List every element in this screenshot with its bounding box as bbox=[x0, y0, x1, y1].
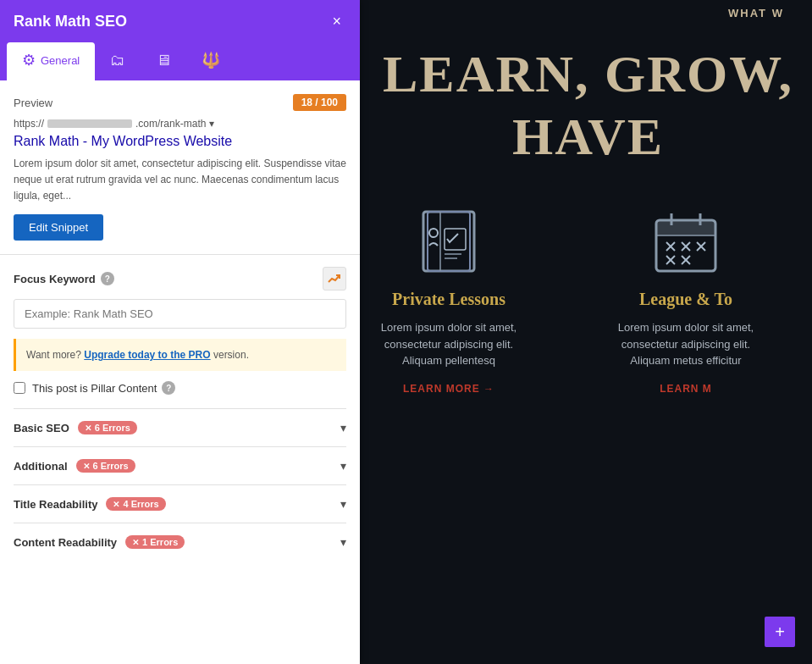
accordion-basic-seo: Basic SEO ✕ 6 Errors ▾ bbox=[14, 408, 346, 446]
preview-description: Lorem ipsum dolor sit amet, consectetur … bbox=[14, 156, 346, 205]
chevron-down-icon-3: ▾ bbox=[340, 497, 346, 511]
accordion-content-readability: Content Readability ✕ 1 Errors ▾ bbox=[14, 523, 346, 561]
bg-private-lessons-learn-more[interactable]: LEARN MORE → bbox=[403, 383, 494, 395]
help-icon: ? bbox=[101, 272, 114, 285]
accordion-content-readability-title-group: Content Readability ✕ 1 Errors bbox=[14, 535, 185, 549]
bg-services-section: Private Lessons Lorem ipsum dolor sit am… bbox=[364, 203, 771, 395]
score-badge: 18 / 100 bbox=[293, 94, 346, 111]
gear-icon: ⚙ bbox=[22, 51, 36, 69]
tab-schema[interactable]: 🖥 bbox=[141, 43, 186, 80]
additional-error-count: 6 Errors bbox=[93, 461, 129, 471]
upgrade-notice: Want more? Upgrade today to the PRO vers… bbox=[14, 339, 346, 371]
accordion-content-readability-error-badge: ✕ 1 Errors bbox=[125, 535, 185, 549]
trend-icon[interactable] bbox=[323, 267, 346, 290]
preview-label: Preview bbox=[14, 97, 52, 109]
panel-title: Rank Math SEO bbox=[14, 13, 127, 30]
x-mark-icon-4: ✕ bbox=[132, 538, 139, 547]
accordion-title-readability-header[interactable]: Title Readability ✕ 4 Errors ▾ bbox=[14, 485, 346, 523]
focus-keyword-label: Focus Keyword ? bbox=[14, 272, 114, 285]
preview-url: https:// .com/rank-math ▾ bbox=[14, 118, 346, 130]
pillar-help-icon: ? bbox=[162, 381, 175, 395]
bg-book-icon bbox=[411, 203, 487, 279]
title-readability-error-count: 4 Errors bbox=[123, 499, 158, 509]
edit-snippet-button[interactable]: Edit Snippet bbox=[14, 214, 103, 241]
focus-keyword-section: Focus Keyword ? bbox=[14, 267, 346, 329]
divider-1 bbox=[0, 254, 360, 255]
accordion-additional-header[interactable]: Additional ✕ 6 Errors ▾ bbox=[14, 447, 346, 484]
panel-tabs: ⚙ General 🗂 🖥 🔱 bbox=[0, 42, 360, 80]
accordion-basic-seo-title-group: Basic SEO ✕ 6 Errors bbox=[14, 421, 137, 434]
social-icon: 🗂 bbox=[110, 52, 125, 69]
accordion-basic-seo-header[interactable]: Basic SEO ✕ 6 Errors ▾ bbox=[14, 409, 346, 446]
chevron-down-icon-2: ▾ bbox=[340, 459, 346, 473]
bg-what-w-text: WHAT W bbox=[728, 7, 784, 19]
bg-plus-icon[interactable]: + bbox=[765, 617, 795, 647]
tab-general-label: General bbox=[41, 54, 80, 67]
accordion-title-readability-error-badge: ✕ 4 Errors bbox=[106, 497, 165, 511]
basic-seo-error-count: 6 Errors bbox=[95, 423, 130, 433]
accordion-additional-title-group: Additional ✕ 6 Errors bbox=[14, 459, 135, 473]
accordion-additional-error-badge: ✕ 6 Errors bbox=[76, 459, 135, 473]
tab-general[interactable]: ⚙ General bbox=[7, 42, 95, 80]
advanced-icon: 🔱 bbox=[202, 51, 220, 69]
dropdown-arrow-icon: ▾ bbox=[209, 118, 214, 130]
upgrade-link[interactable]: Upgrade today to the PRO bbox=[84, 349, 210, 361]
bg-league-title: League & To bbox=[639, 290, 732, 309]
pillar-label-text: This post is Pillar Content bbox=[32, 382, 157, 395]
preview-section: Preview 18 / 100 https:// .com/rank-math… bbox=[14, 94, 346, 241]
rankmath-panel: Rank Math SEO × ⚙ General 🗂 🖥 🔱 Preview … bbox=[0, 0, 360, 664]
close-button[interactable]: × bbox=[327, 12, 346, 30]
accordion-title-readability-title-group: Title Readability ✕ 4 Errors bbox=[14, 497, 166, 511]
pillar-content-checkbox[interactable] bbox=[14, 382, 25, 394]
preview-title: Rank Math - My WordPress Website bbox=[14, 133, 346, 151]
accordion-title-readability: Title Readability ✕ 4 Errors ▾ bbox=[14, 484, 346, 523]
accordion-title-readability-title: Title Readability bbox=[14, 498, 97, 511]
focus-keyword-text: Focus Keyword bbox=[14, 273, 96, 285]
x-mark-icon-3: ✕ bbox=[113, 500, 119, 509]
accordion-content-readability-header[interactable]: Content Readability ✕ 1 Errors ▾ bbox=[14, 523, 346, 561]
bg-private-lessons-desc: Lorem ipsum dolor sit amet, consectetur … bbox=[364, 319, 533, 369]
bg-hero-text: LEARN, GROW, HAVE bbox=[364, 42, 812, 169]
upgrade-text-before: Want more? bbox=[26, 349, 81, 361]
chevron-down-icon-4: ▾ bbox=[340, 535, 346, 549]
focus-keyword-input[interactable] bbox=[14, 299, 346, 329]
accordion-additional: Additional ✕ 6 Errors ▾ bbox=[14, 446, 346, 484]
x-mark-icon-2: ✕ bbox=[83, 462, 90, 471]
accordion-basic-seo-title: Basic SEO bbox=[14, 422, 69, 434]
panel-header: Rank Math SEO × bbox=[0, 0, 360, 42]
svg-point-3 bbox=[429, 229, 438, 237]
tab-advanced[interactable]: 🔱 bbox=[186, 42, 235, 80]
preview-header: Preview 18 / 100 bbox=[14, 94, 346, 111]
url-blurred bbox=[47, 119, 132, 128]
bg-calendar-icon bbox=[648, 203, 724, 279]
bg-service-league: League & To Lorem ipsum dolor sit amet, … bbox=[601, 203, 771, 395]
bg-league-learn-more[interactable]: LEARN M bbox=[660, 383, 712, 395]
pillar-content-label: This post is Pillar Content ? bbox=[32, 381, 175, 395]
accordion-content-readability-title: Content Readability bbox=[14, 536, 117, 549]
tab-social[interactable]: 🗂 bbox=[95, 43, 141, 80]
chevron-down-icon: ▾ bbox=[340, 421, 346, 434]
bg-league-desc: Lorem ipsum dolor sit amet, consectetur … bbox=[601, 319, 771, 369]
x-mark-icon: ✕ bbox=[85, 423, 91, 433]
url-prefix: https:// bbox=[14, 118, 44, 130]
schema-icon: 🖥 bbox=[156, 52, 171, 69]
bg-service-private-lessons: Private Lessons Lorem ipsum dolor sit am… bbox=[364, 203, 533, 395]
url-suffix: .com/rank-math bbox=[135, 118, 206, 130]
panel-body: Preview 18 / 100 https:// .com/rank-math… bbox=[0, 80, 360, 664]
svg-rect-8 bbox=[656, 220, 715, 235]
content-readability-error-count: 1 Errors bbox=[142, 537, 178, 547]
accordion-additional-title: Additional bbox=[14, 460, 68, 473]
focus-keyword-header: Focus Keyword ? bbox=[14, 267, 346, 290]
bg-private-lessons-title: Private Lessons bbox=[392, 290, 505, 309]
upgrade-text-after: version. bbox=[213, 349, 249, 361]
pillar-content-row: This post is Pillar Content ? bbox=[14, 381, 346, 395]
accordion-basic-seo-error-badge: ✕ 6 Errors bbox=[78, 421, 137, 434]
